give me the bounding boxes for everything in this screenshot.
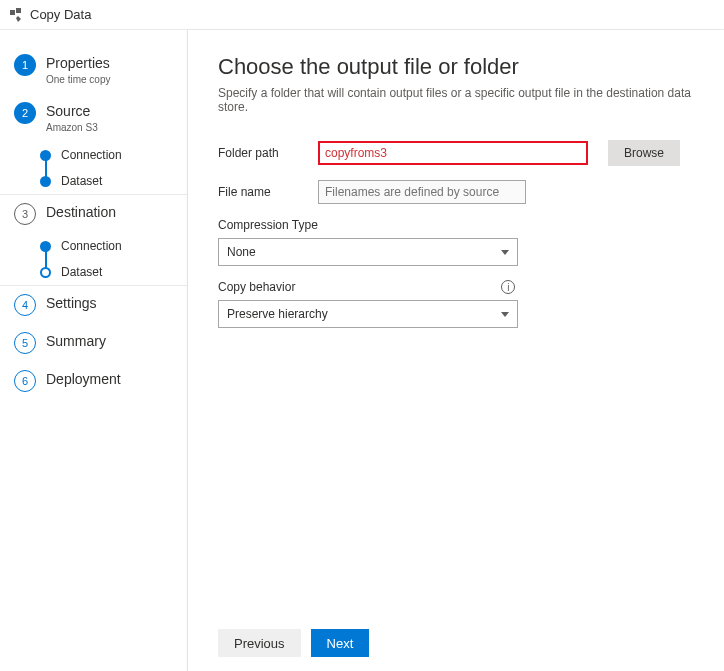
step-number-icon: 6: [14, 370, 36, 392]
substep-label: Connection: [61, 239, 122, 253]
filename-label: File name: [218, 185, 318, 199]
step-title: Summary: [46, 332, 106, 350]
step-title: Settings: [46, 294, 97, 312]
folder-path-label: Folder path: [218, 146, 318, 160]
step-title: Destination: [46, 203, 116, 221]
svg-rect-0: [10, 10, 15, 15]
step-title: Deployment: [46, 370, 121, 388]
info-icon[interactable]: i: [501, 280, 515, 294]
step-settings[interactable]: 4 Settings: [0, 286, 187, 324]
substep-dot-icon: [40, 241, 51, 252]
substep-label: Connection: [61, 148, 122, 162]
step-destination[interactable]: 3 Destination: [0, 195, 187, 233]
wizard-sidebar: 1 Properties One time copy 2 Source Amaz…: [0, 30, 188, 671]
substep-dot-icon: [40, 267, 51, 278]
substep-destination-dataset[interactable]: Dataset: [40, 259, 187, 285]
svg-rect-1: [16, 8, 21, 13]
chevron-down-icon: [501, 250, 509, 255]
browse-button[interactable]: Browse: [608, 140, 680, 166]
page-title: Choose the output file or folder: [218, 54, 694, 80]
copy-data-icon: [10, 8, 24, 22]
compression-type-label: Compression Type: [218, 218, 694, 232]
step-subtitle: One time copy: [46, 73, 110, 86]
step-number-icon: 5: [14, 332, 36, 354]
copy-behavior-label: Copy behavior: [218, 280, 295, 294]
copy-behavior-value: Preserve hierarchy: [227, 307, 328, 321]
substep-label: Dataset: [61, 265, 102, 279]
page-subtitle: Specify a folder that will contain outpu…: [218, 86, 694, 114]
substep-dot-icon: [40, 176, 51, 187]
step-number-icon: 4: [14, 294, 36, 316]
substep-dot-icon: [40, 150, 51, 161]
previous-button[interactable]: Previous: [218, 629, 301, 657]
header-bar: Copy Data: [0, 0, 724, 30]
copy-behavior-select[interactable]: Preserve hierarchy: [218, 300, 518, 328]
folder-path-input[interactable]: [318, 141, 588, 165]
step-number-icon: 3: [14, 203, 36, 225]
step-properties[interactable]: 1 Properties One time copy: [0, 46, 187, 94]
substep-label: Dataset: [61, 174, 102, 188]
main-panel: Choose the output file or folder Specify…: [188, 30, 724, 671]
compression-type-value: None: [227, 245, 256, 259]
next-button[interactable]: Next: [311, 629, 370, 657]
step-summary[interactable]: 5 Summary: [0, 324, 187, 362]
substep-destination-connection[interactable]: Connection: [40, 233, 187, 259]
substep-source-dataset[interactable]: Dataset: [40, 168, 187, 194]
step-subtitle: Amazon S3: [46, 121, 98, 134]
step-source[interactable]: 2 Source Amazon S3: [0, 94, 187, 142]
chevron-down-icon: [501, 312, 509, 317]
step-deployment[interactable]: 6 Deployment: [0, 362, 187, 400]
wizard-footer: Previous Next: [218, 629, 694, 657]
step-number-icon: 2: [14, 102, 36, 124]
substep-source-connection[interactable]: Connection: [40, 142, 187, 168]
compression-type-select[interactable]: None: [218, 238, 518, 266]
step-title: Source: [46, 102, 98, 120]
header-title: Copy Data: [30, 7, 91, 22]
step-title: Properties: [46, 54, 110, 72]
step-number-icon: 1: [14, 54, 36, 76]
filename-input: [318, 180, 526, 204]
